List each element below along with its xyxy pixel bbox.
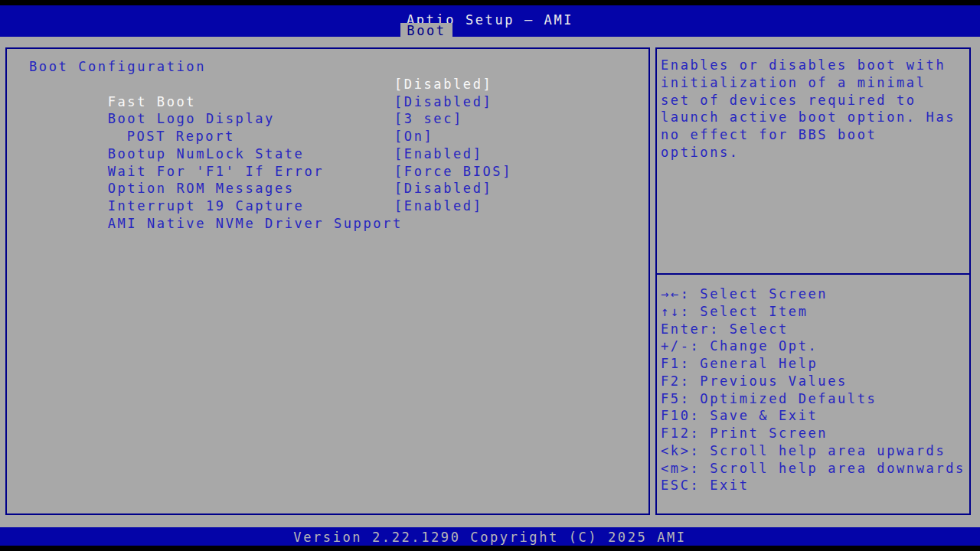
menu-item-ami-native-nvme-driver-support[interactable]: AMI Native NVMe Driver Support [Enabled] bbox=[7, 197, 648, 215]
menu-item-wait-for-f1-if-error[interactable]: Wait For 'F1' If Error [Enabled] bbox=[7, 145, 648, 163]
key-hint-previous-values: F2: Previous Values bbox=[657, 373, 969, 390]
footer-bar: Version 2.22.1290 Copyright (C) 2025 AMI bbox=[0, 527, 980, 546]
menu-item-value[interactable]: [On] bbox=[394, 128, 433, 145]
menu-item-boot-logo-display[interactable]: Boot Logo Display [Disabled] bbox=[7, 93, 648, 111]
key-hint-scroll-up: <k>: Scroll help area upwards bbox=[657, 442, 969, 460]
menu-item-value[interactable]: [Enabled] bbox=[394, 145, 483, 163]
header-bar: Aptio Setup – AMI bbox=[0, 5, 980, 37]
key-hint-scroll-down: <m>: Scroll help area downwards bbox=[657, 460, 969, 478]
help-divider bbox=[657, 273, 969, 275]
help-panel: Enables or disables boot with initializa… bbox=[655, 47, 971, 515]
menu-item-value[interactable]: [Disabled] bbox=[394, 76, 492, 93]
menu-item-option-rom-messages[interactable]: Option ROM Messages [Force BIOS] bbox=[7, 163, 648, 181]
key-hint-optimized-defaults: F5: Optimized Defaults bbox=[657, 390, 969, 408]
menu-item-value[interactable]: [Disabled] bbox=[394, 93, 492, 111]
key-hint-enter-select: Enter: Select bbox=[657, 321, 969, 338]
app-title: Aptio Setup – AMI bbox=[0, 12, 980, 28]
key-hint-print-screen: F12: Print Screen bbox=[657, 425, 969, 442]
menu-item-value[interactable]: [Disabled] bbox=[394, 180, 492, 197]
menu-item-value[interactable]: [Enabled] bbox=[394, 197, 483, 215]
section-title: Boot Configuration bbox=[7, 58, 648, 76]
tab-boot[interactable]: Boot bbox=[400, 23, 452, 38]
menu-item-interrupt-19-capture[interactable]: Interrupt 19 Capture [Disabled] bbox=[7, 180, 648, 197]
menu-item-value[interactable]: [3 sec] bbox=[394, 110, 463, 128]
boot-options-list: Boot Configuration Fast Boot [Disabled] … bbox=[7, 58, 648, 215]
menu-item-post-report[interactable]: POST Report [3 sec] bbox=[7, 110, 648, 128]
version-text: Version 2.22.1290 Copyright (C) 2025 AMI bbox=[0, 530, 980, 545]
menu-item-fast-boot[interactable]: Fast Boot [Disabled] bbox=[7, 76, 648, 93]
key-hint-select-screen: →←: Select Screen bbox=[657, 285, 969, 303]
key-hint-change-opt: +/-: Change Opt. bbox=[657, 337, 969, 355]
key-hint-esc-exit: ESC: Exit bbox=[657, 477, 969, 494]
key-hint-general-help: F1: General Help bbox=[657, 355, 969, 373]
bios-setup-screen: Aptio Setup – AMI Boot Boot Configuratio… bbox=[0, 0, 980, 551]
menu-item-label: AMI Native NVMe Driver Support bbox=[108, 216, 403, 231]
menu-item-bootup-numlock-state[interactable]: Bootup NumLock State [On] bbox=[7, 128, 648, 145]
help-description: Enables or disables boot with initializa… bbox=[657, 57, 968, 161]
key-hint-save-exit: F10: Save & Exit bbox=[657, 407, 969, 425]
boot-options-panel: Boot Configuration Fast Boot [Disabled] … bbox=[5, 47, 650, 515]
menu-item-value[interactable]: [Force BIOS] bbox=[394, 163, 512, 181]
key-hint-select-item: ↑↓: Select Item bbox=[657, 303, 969, 321]
key-legend: →←: Select Screen ↑↓: Select Item Enter:… bbox=[657, 285, 969, 494]
